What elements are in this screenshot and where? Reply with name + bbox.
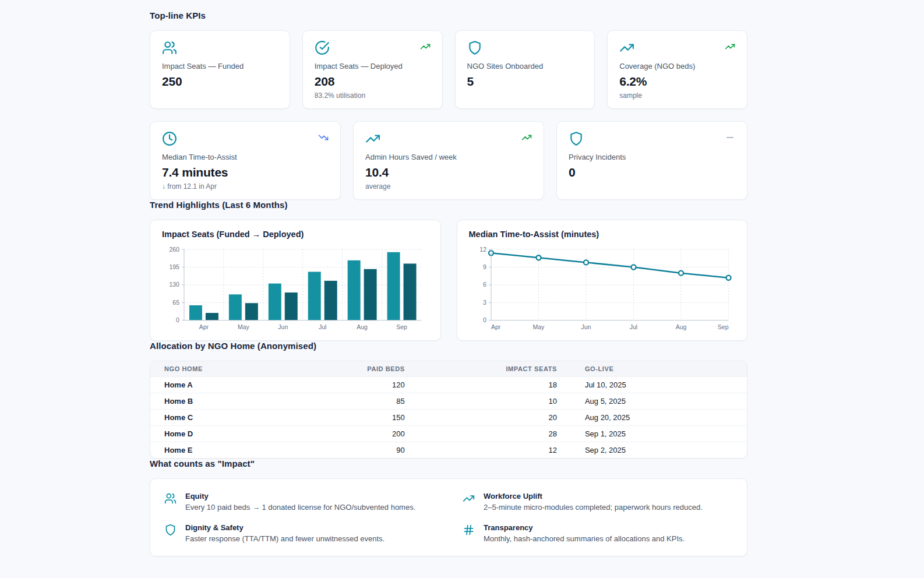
svg-text:Aug: Aug [675,323,686,330]
cell-go-live: Sep 1, 2025 [571,426,747,442]
impact-item-desc: Faster response (TTA/TTM) and fewer unwi… [185,534,385,543]
time-to-assist-line-chart: 036912AprMayJunJulAugSep [469,245,736,333]
svg-text:6: 6 [483,281,486,288]
shield-icon [467,40,482,55]
impact-seats-bar-chart: 065130195260AprMayJunJulAugSep [162,245,429,333]
trending-up-icon [365,131,380,146]
table-row: Home B 85 10 Aug 5, 2025 [150,393,747,410]
trend-charts-row: Impact Seats (Funded → Deployed) 0651301… [150,220,747,341]
cell-paid-beds: 120 [341,377,419,393]
svg-text:Jul: Jul [629,323,637,330]
svg-text:3: 3 [483,299,486,306]
svg-text:Jul: Jul [319,323,326,330]
minus-icon [725,132,735,143]
trending-up-icon [463,492,475,505]
svg-text:0: 0 [176,316,179,323]
impact-item-title: Equity [185,492,415,501]
table-row: Home D 200 28 Sep 1, 2025 [150,426,747,442]
cell-home: Home D [150,426,341,442]
hash-icon [463,524,475,536]
svg-text:Sep: Sep [396,323,407,330]
kpi-card-privacy-incidents: Privacy Incidents 0 [556,121,747,200]
shield-icon [569,131,584,146]
col-header-impact-seats: IMPACT SEATS [419,361,571,377]
kpi-label: Impact Seats — Deployed [315,62,431,71]
users-icon [162,40,177,55]
kpi-value: 7.4 minutes [162,165,329,179]
cell-impact-seats: 20 [419,410,571,426]
svg-text:260: 260 [169,246,179,253]
svg-text:Apr: Apr [199,323,209,330]
kpi-card-coverage-ngo-beds: Coverage (NGO beds) 6.2% sample [607,30,747,109]
impact-seats-chart-card: Impact Seats (Funded → Deployed) 0651301… [150,220,441,341]
kpis-section-title: Top-line KPIs [150,10,747,20]
svg-text:Apr: Apr [491,323,500,330]
kpi-label: NGO Sites Onboarded [467,62,583,71]
cell-impact-seats: 28 [419,426,571,442]
col-header-paid-beds: PAID BEDS [341,361,419,377]
table-row: Home E 90 12 Sep 2, 2025 [150,442,747,459]
table-header-row: NGO HOME PAID BEDS IMPACT SEATS GO-LIVE [150,361,747,377]
col-header-go-live: GO-LIVE [571,361,747,377]
impact-item-desc: Monthly, hash-anchored summaries of allo… [484,534,685,543]
cell-home: Home C [150,410,341,426]
chart-title: Median Time-to-Assist (minutes) [469,230,736,239]
kpi-card-impact-seats-funded: Impact Seats — Funded 250 [150,30,290,109]
kpi-label: Coverage (NGO beds) [619,62,735,71]
cell-impact-seats: 18 [419,377,571,393]
impact-section-title: What counts as "Impact" [150,459,747,468]
time-to-assist-chart-card: Median Time-to-Assist (minutes) 036912Ap… [457,220,748,341]
cell-impact-seats: 10 [419,393,571,410]
chart-title: Impact Seats (Funded → Deployed) [162,230,429,239]
kpi-value: 250 [162,74,278,89]
impact-item-title: Dignity & Safety [185,523,385,532]
check-circle-icon [315,40,330,55]
impact-item-transparency: Transparency Monthly, hash-anchored summ… [463,523,733,543]
cell-impact-seats: 12 [419,442,571,459]
users-icon [164,492,177,505]
col-header-ngo-home: NGO HOME [150,361,341,377]
kpi-row-1: Impact Seats — Funded 250 Impact Seats —… [150,30,747,109]
svg-text:Aug: Aug [357,323,368,330]
kpi-card-median-time-to-assist: Median Time-to-Assist 7.4 minutes ↓ from… [150,121,341,200]
impact-item-dignity-safety: Dignity & Safety Faster response (TTA/TT… [164,523,435,543]
allocation-section-title: Allocation by NGO Home (Anonymised) [150,341,747,351]
kpi-label: Admin Hours Saved / week [365,153,532,161]
cell-paid-beds: 90 [341,442,419,459]
trending-up-icon [619,40,634,55]
cell-go-live: Aug 20, 2025 [571,410,747,426]
svg-text:0: 0 [483,316,486,323]
cell-paid-beds: 85 [341,393,419,410]
trending-up-icon [521,132,532,143]
cell-home: Home E [150,442,341,459]
svg-text:9: 9 [483,263,486,270]
kpi-label: Impact Seats — Funded [162,62,278,71]
dashboard-page: Top-line KPIs Impact Seats — Funded 250 … [150,0,747,556]
svg-text:Sep: Sep [717,323,728,330]
allocation-table: NGO HOME PAID BEDS IMPACT SEATS GO-LIVE … [150,361,747,458]
kpi-subtext: ↓ from 12.1 in Apr [162,182,329,191]
table-row: Home C 150 20 Aug 20, 2025 [150,410,747,426]
kpi-card-impact-seats-deployed: Impact Seats — Deployed 208 83.2% utilis… [302,30,443,109]
kpi-value: 0 [569,165,735,179]
kpi-card-admin-hours-saved: Admin Hours Saved / week 10.4 average [353,121,544,200]
cell-home: Home B [150,393,341,410]
trends-section-title: Trend Highlights (Last 6 Months) [150,200,747,210]
impact-item-title: Workforce Uplift [484,492,703,501]
impact-item-desc: Every 10 paid beds → 1 donated license f… [185,503,415,512]
kpi-subtext: 83.2% utilisation [315,91,431,100]
svg-text:Jun: Jun [278,323,288,330]
cell-home: Home A [150,377,341,393]
svg-text:130: 130 [169,281,179,288]
svg-text:65: 65 [172,299,179,306]
cell-go-live: Aug 5, 2025 [571,393,747,410]
impact-item-desc: 2–5-minute micro-modules completed; pape… [484,503,703,512]
impact-definitions-card: Equity Every 10 paid beds → 1 donated li… [150,478,747,556]
kpi-subtext: average [365,182,532,191]
svg-text:Jun: Jun [581,323,591,330]
svg-text:195: 195 [169,263,179,270]
svg-text:May: May [238,323,250,330]
clock-icon [162,131,177,146]
cell-go-live: Jul 10, 2025 [571,377,747,393]
kpi-value: 10.4 [365,165,532,179]
